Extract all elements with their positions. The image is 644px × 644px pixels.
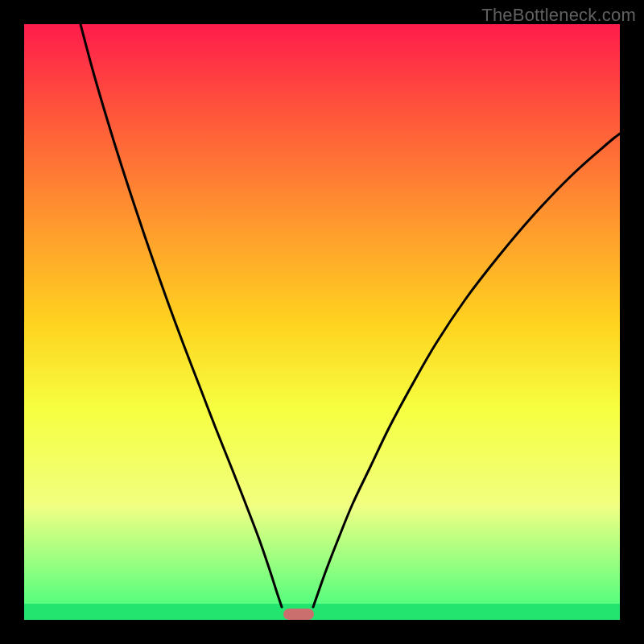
valley-marker (283, 609, 314, 620)
plot-area (24, 24, 620, 620)
chart-svg (24, 24, 620, 620)
chart-outer: TheBottleneck.com (0, 0, 644, 644)
gradient-bg (24, 24, 620, 505)
green-band (24, 604, 620, 620)
watermark-text: TheBottleneck.com (481, 5, 636, 26)
soft-band (24, 505, 620, 604)
